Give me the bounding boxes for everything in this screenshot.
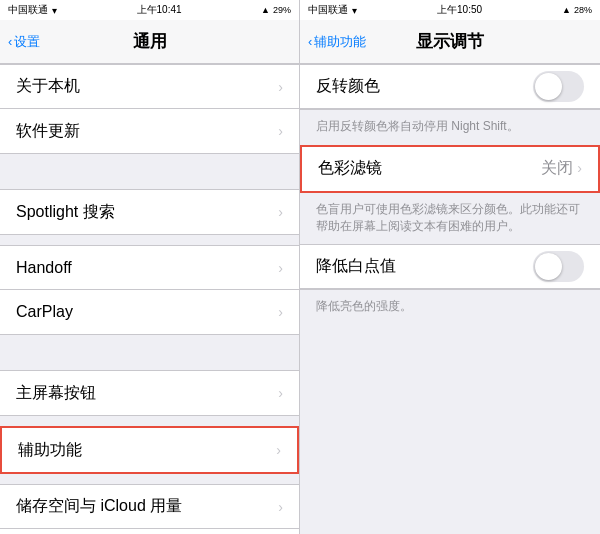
chevron-icon: › [278,123,283,139]
group-home: 主屏幕按钮 › [0,370,299,416]
item-spotlight-label: Spotlight 搜索 [16,202,115,223]
right-nav-bar: ‹ 辅助功能 显示调节 [300,20,600,64]
row-color-filter-right: 关闭 › [541,158,582,179]
left-battery: 29% [273,5,291,15]
right-back-chevron-icon: ‹ [308,34,312,49]
right-back-label: 辅助功能 [314,33,366,51]
toggle-invert[interactable] [533,71,584,102]
row-invert[interactable]: 反转颜色 [300,65,600,109]
gap-4 [0,416,299,426]
right-time: 上午10:50 [437,3,482,17]
item-accessibility-right: › [276,442,281,458]
item-spotlight-right: › [278,204,283,220]
right-carrier-area: 中国联通 ▾ [308,3,357,17]
left-back-label: 设置 [14,33,40,51]
gap-5 [0,474,299,484]
left-nav-title: 通用 [133,30,167,53]
right-status-bar: 中国联通 ▾ 上午10:50 ▲ 28% [300,0,600,20]
group-color-filter: 色彩滤镜 关闭 › [300,145,600,193]
wifi-icon: ▾ [52,5,57,16]
row-color-filter-label: 色彩滤镜 [318,158,382,179]
left-panel: 中国联通 ▾ 上午10:41 ▲ 29% ‹ 设置 通用 关于本机 › 软件更新 [0,0,300,534]
item-handoff-right: › [278,260,283,276]
reduce-white-description: 降低亮色的强度。 [300,290,600,325]
left-nav-bar: ‹ 设置 通用 [0,20,299,64]
group-spotlight: Spotlight 搜索 › [0,189,299,235]
right-settings-content: 反转颜色 启用反转颜色将自动停用 Night Shift。 色彩滤镜 关闭 › … [300,64,600,534]
row-color-filter[interactable]: 色彩滤镜 关闭 › [302,147,598,191]
gap-2 [0,235,299,245]
item-storage-label: 储存空间与 iCloud 用量 [16,496,182,517]
item-home-label: 主屏幕按钮 [16,383,96,404]
chevron-icon: › [278,204,283,220]
left-status-bar: 中国联通 ▾ 上午10:41 ▲ 29% [0,0,299,20]
right-nav-title: 显示调节 [416,30,484,53]
right-carrier: 中国联通 [308,3,348,17]
chevron-icon: › [278,304,283,320]
item-about[interactable]: 关于本机 › [0,65,299,109]
item-software-right: › [278,123,283,139]
item-about-label: 关于本机 [16,76,80,97]
item-software-label: 软件更新 [16,121,80,142]
item-storage[interactable]: 储存空间与 iCloud 用量 › [0,485,299,529]
item-carplay-label: CarPlay [16,303,73,321]
item-accessibility-label: 辅助功能 [18,440,82,461]
color-filter-description: 色盲用户可使用色彩滤镜来区分颜色。此功能还可帮助在屏幕上阅读文本有困难的用户。 [300,193,600,245]
chevron-icon: › [278,79,283,95]
right-signal-icon: ▲ [562,5,571,15]
group-accessibility: 辅助功能 › [0,426,299,474]
left-right-status: ▲ 29% [261,5,291,15]
gap-3 [0,335,299,370]
group-handoff: Handoff › CarPlay › [0,245,299,335]
left-carrier-area: 中国联通 ▾ [8,3,57,17]
item-spotlight[interactable]: Spotlight 搜索 › [0,190,299,234]
row-invert-label: 反转颜色 [316,76,380,97]
chevron-icon: › [278,385,283,401]
toggle-reduce-white[interactable] [533,251,584,282]
item-carplay[interactable]: CarPlay › [0,290,299,334]
chevron-icon: › [278,499,283,515]
item-software-update[interactable]: 软件更新 › [0,109,299,153]
group-invert: 反转颜色 [300,64,600,110]
row-color-filter-value: 关闭 [541,159,573,176]
item-handoff[interactable]: Handoff › [0,246,299,290]
right-panel: 中国联通 ▾ 上午10:50 ▲ 28% ‹ 辅助功能 显示调节 反转颜色 启用… [300,0,600,534]
item-handoff-label: Handoff [16,259,72,277]
right-wifi-icon: ▾ [352,5,357,16]
left-back-button[interactable]: ‹ 设置 [8,33,40,51]
chevron-icon: › [278,260,283,276]
item-accessibility[interactable]: 辅助功能 › [2,428,297,472]
group-about: 关于本机 › 软件更新 › [0,64,299,154]
right-back-button[interactable]: ‹ 辅助功能 [308,33,366,51]
invert-description: 启用反转颜色将自动停用 Night Shift。 [300,110,600,145]
item-background-refresh[interactable]: 后台应用刷新 › [0,529,299,534]
carrier-left: 中国联通 [8,3,48,17]
signal-icon: ▲ [261,5,270,15]
item-home-right: › [278,385,283,401]
gap-1 [0,154,299,189]
chevron-icon: › [577,160,582,176]
back-chevron-icon: ‹ [8,34,12,49]
left-time: 上午10:41 [137,3,182,17]
group-storage: 储存空间与 iCloud 用量 › 后台应用刷新 › [0,484,299,534]
row-reduce-white[interactable]: 降低白点值 [300,245,600,289]
item-storage-right: › [278,499,283,515]
left-settings-list: 关于本机 › 软件更新 › Spotlight 搜索 › [0,64,299,534]
item-home-button[interactable]: 主屏幕按钮 › [0,371,299,415]
row-reduce-white-label: 降低白点值 [316,256,396,277]
chevron-icon: › [276,442,281,458]
right-battery: 28% [574,5,592,15]
item-about-right: › [278,79,283,95]
right-right-status: ▲ 28% [562,5,592,15]
group-reduce-white: 降低白点值 [300,244,600,290]
item-carplay-right: › [278,304,283,320]
